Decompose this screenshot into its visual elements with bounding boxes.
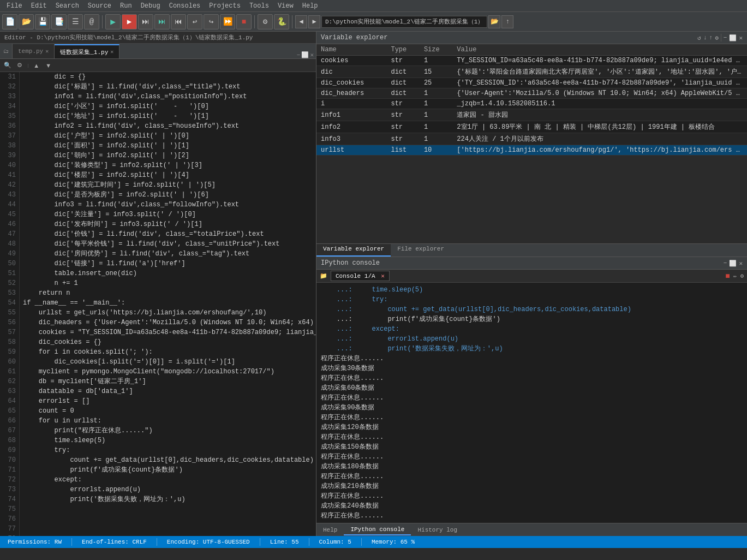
at-button[interactable]: @: [84, 14, 99, 29]
browse-button[interactable]: 📂: [488, 15, 500, 28]
menu-projects[interactable]: Projects: [205, 1, 245, 11]
new-file-button[interactable]: 📄: [2, 14, 17, 29]
var-explorer-export[interactable]: ↑: [709, 34, 713, 41]
code-line-82[interactable]: except:: [22, 475, 314, 485]
menu-file[interactable]: File: [2, 1, 27, 11]
variable-row-cookies[interactable]: cookies str 1 TY_SESSION_ID=a63a5c48-ee8…: [316, 56, 747, 66]
back-button[interactable]: ◀: [295, 15, 307, 28]
menu-help[interactable]: Help: [298, 1, 322, 11]
code-line-69[interactable]: myclient = pymongo.MongoClient("mongodb:…: [22, 367, 314, 377]
console-dir-btn[interactable]: 📁: [320, 272, 327, 279]
edit-console-btn[interactable]: ✏: [733, 272, 737, 279]
code-line-84[interactable]: print('数据采集失败，网址为：',u): [22, 495, 314, 504]
code-line-74[interactable]: errorlst = []: [22, 396, 314, 406]
editor-minimize[interactable]: −: [297, 52, 301, 58]
code-line-35[interactable]: dic['地址'] = info1.split(' - ')[1]: [22, 111, 314, 121]
code-line-51[interactable]: table.insert_one(dic): [22, 269, 314, 278]
tab-variable-explorer[interactable]: Variable explorer: [316, 244, 391, 257]
var-explorer-maximize[interactable]: ⬜: [729, 34, 737, 41]
code-line-52[interactable]: n += 1: [22, 278, 314, 288]
variable-row-urllst[interactable]: urllst list 10 ['https://bj.lianjia.com/…: [316, 145, 747, 156]
code-line-31[interactable]: dic = {}: [22, 72, 314, 82]
list-button[interactable]: ☰: [68, 14, 83, 29]
debug-button[interactable]: ⏭: [154, 14, 170, 29]
run-selection-button[interactable]: ⏭: [138, 14, 153, 29]
menu-debug[interactable]: Debug: [136, 1, 165, 11]
menu-run[interactable]: Run: [116, 1, 136, 11]
navigate-button[interactable]: ↑: [501, 15, 513, 28]
code-line-50[interactable]: dic['链接'] = li.find('a')['href']: [22, 259, 314, 269]
code-editor[interactable]: 3132333435363738394041424344454647484950…: [0, 72, 316, 536]
tab-help[interactable]: Help: [316, 525, 344, 535]
menu-search[interactable]: Search: [51, 1, 83, 11]
tab-history-log[interactable]: History log: [411, 525, 464, 535]
code-line-45[interactable]: dic['关注量'] = info3.split(' / ')[0]: [22, 210, 314, 219]
run-button[interactable]: ▶: [105, 14, 121, 29]
tab-file-explorer[interactable]: File explorer: [391, 244, 451, 257]
code-line-48[interactable]: dic['每平米价钱'] = li.find('div', class_="un…: [22, 239, 314, 249]
var-explorer-settings[interactable]: ⚙: [715, 34, 719, 41]
code-line-34[interactable]: dic['小区'] = info1.split(' - ')[0]: [22, 102, 314, 111]
code-line-78[interactable]: time.sleep(5): [22, 436, 314, 445]
code-line-42[interactable]: dic['建筑完工时间'] = info2.split(' | ')[5]: [22, 180, 314, 190]
collapse-btn[interactable]: ▲: [31, 61, 42, 70]
open-file-button[interactable]: 📂: [19, 14, 34, 29]
variable-row-info3[interactable]: info3 str 1 224人关注 / 1个月以前发布: [316, 133, 747, 145]
code-line-65[interactable]: dic_cookies = {}: [22, 337, 314, 347]
profile-button[interactable]: ⚙: [258, 14, 273, 29]
forward-button[interactable]: ▶: [308, 15, 320, 28]
tab-main-close[interactable]: ✕: [110, 49, 113, 55]
tab-temp-close[interactable]: ✕: [45, 48, 49, 55]
code-line-67[interactable]: dic_cookies[i.split('=')[0]] = i.split('…: [22, 357, 314, 367]
tab-temp-py[interactable]: temp.py ✕: [13, 44, 55, 58]
code-line-70[interactable]: db = myclient['链家二手房_1']: [22, 377, 314, 386]
code-line-39[interactable]: dic['朝向'] = info2.split(' | ')[2]: [22, 151, 314, 160]
variable-row-dic_cookies[interactable]: dic_cookies dict 25 {'TY_SESSION_ID':'a6…: [316, 78, 747, 88]
python-button[interactable]: 🐍: [274, 14, 289, 29]
code-content[interactable]: dic = {} dic['标题'] = li.find('div',class…: [20, 72, 316, 536]
code-line-38[interactable]: dic['面积'] = info2.split(' | ')[1]: [22, 141, 314, 151]
continue-button[interactable]: ⏩: [220, 14, 235, 29]
console-minimize[interactable]: −: [724, 260, 727, 266]
editor-maximize[interactable]: ⬜: [301, 51, 309, 58]
editor-close-btn[interactable]: ✕: [310, 51, 314, 58]
code-line-37[interactable]: dic['户型'] = info2.split(' | ')[0]: [22, 131, 314, 141]
run-cell-button[interactable]: ▶: [122, 14, 137, 29]
code-line-62[interactable]: dic_headers = {'User-Agent':'Mozilla/5.0…: [22, 318, 314, 327]
variable-row-dic[interactable]: dic dict 15 {'标题':'翠阳金台路道家园南北大客厅两居室', '小…: [316, 66, 747, 78]
save-button[interactable]: 💾: [35, 14, 50, 29]
stop-button[interactable]: ■: [236, 14, 252, 29]
code-line-75[interactable]: count = 0: [22, 406, 314, 416]
variable-row-i[interactable]: i str 1 _jzqb=1.4.10.1582085116.1: [316, 99, 747, 109]
code-line-53[interactable]: return n: [22, 288, 314, 298]
code-line-41[interactable]: dic['楼层'] = info2.split(' | ')[4]: [22, 170, 314, 180]
step-into-button[interactable]: ↩: [187, 14, 202, 29]
menu-tools[interactable]: Tools: [245, 1, 273, 11]
file-tree-icon[interactable]: 🗂: [3, 48, 9, 55]
tab-main-py[interactable]: 链数据采集_1.py ✕: [55, 44, 119, 58]
code-line-36[interactable]: info2 = li.find('div', class_="houseInfo…: [22, 121, 314, 131]
stop-console-btn[interactable]: ■: [725, 272, 730, 281]
expand-btn[interactable]: ▼: [43, 61, 54, 70]
code-line-80[interactable]: count += get_data(urllst[0],dic_headers,…: [22, 455, 314, 465]
code-line-33[interactable]: info1 = li.find('div',class_="positionIn…: [22, 92, 314, 102]
menu-consoles[interactable]: Consoles: [165, 1, 205, 11]
code-line-76[interactable]: for u in urllst:: [22, 416, 314, 426]
code-line-81[interactable]: print(f'成功采集{count}条数据'): [22, 465, 314, 475]
code-line-83[interactable]: errorlst.append(u): [22, 485, 314, 495]
code-line-49[interactable]: dic['房间优势'] = li.find('div', class_="tag…: [22, 249, 314, 259]
console-tab-close[interactable]: ✕: [381, 273, 385, 279]
code-line-47[interactable]: dic['价钱'] = li.find('div', class_="total…: [22, 229, 314, 239]
var-explorer-import[interactable]: ↓: [703, 34, 707, 41]
console-content[interactable]: ...: time.sleep(5) ...: try: ...: count …: [316, 283, 747, 523]
console-close[interactable]: ✕: [739, 260, 743, 267]
code-line-46[interactable]: dic['发布时间'] = info3.split(' / ')[1]: [22, 219, 314, 229]
var-explorer-close[interactable]: ✕: [739, 34, 743, 41]
console-tab-1[interactable]: Console 1/A ✕: [331, 271, 390, 281]
console-maximize[interactable]: ⬜: [729, 260, 737, 267]
search-code-btn[interactable]: 🔍: [2, 61, 13, 70]
code-line-40[interactable]: dic['装修类型'] = info2.split(' | ')[3]: [22, 160, 314, 170]
code-line-60[interactable]: urllst = get_urls('https://bj.lianjia.co…: [22, 308, 314, 318]
code-line-44[interactable]: info3 = li.find('div',class_="followInfo…: [22, 200, 314, 210]
var-explorer-refresh[interactable]: ↺: [697, 34, 701, 41]
